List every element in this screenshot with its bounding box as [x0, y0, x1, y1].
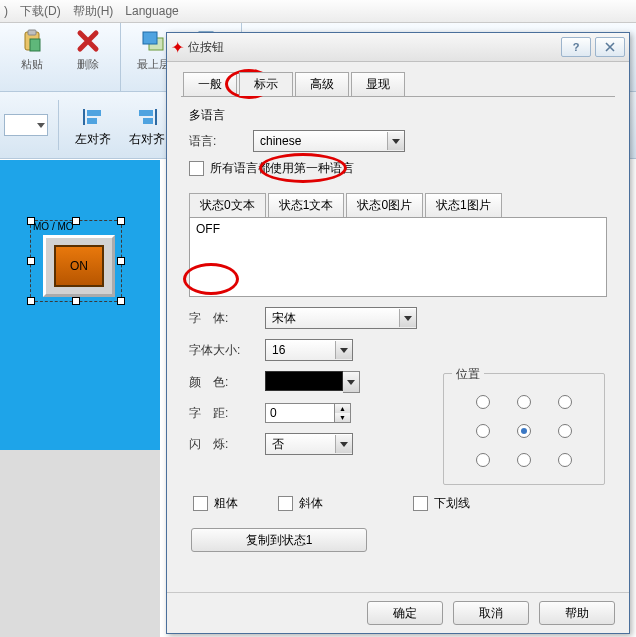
position-fieldset: 位置 — [443, 373, 605, 485]
color-label: 颜 色: — [189, 374, 265, 391]
fontsize-select[interactable]: 16 — [265, 339, 353, 361]
menubar: ) 下载(D) 帮助(H) Language — [0, 0, 636, 23]
tab-state0-text[interactable]: 状态0文本 — [189, 193, 266, 217]
kerning-input[interactable] — [265, 403, 335, 423]
close-window-button[interactable] — [595, 37, 625, 57]
italic-option[interactable]: 斜体 — [278, 495, 323, 512]
menu-item[interactable]: Language — [125, 4, 178, 18]
language-select[interactable]: chinese — [253, 130, 405, 152]
all-lang-checkbox[interactable] — [189, 161, 204, 176]
help-button[interactable]: 帮助 — [539, 601, 615, 625]
pos-tr[interactable] — [558, 395, 572, 409]
pos-tc[interactable] — [517, 395, 531, 409]
inner-tabs: 状态0文本 状态1文本 状态0图片 状态1图片 — [189, 193, 607, 217]
dialog-footer: 确定 取消 帮助 — [167, 592, 629, 633]
underline-option[interactable]: 下划线 — [413, 495, 470, 512]
tab-state0-image[interactable]: 状态0图片 — [346, 193, 423, 217]
resize-handle[interactable] — [72, 217, 80, 225]
resize-handle[interactable] — [27, 297, 35, 305]
svg-rect-8 — [87, 110, 101, 116]
resize-handle[interactable] — [117, 217, 125, 225]
dropdown-slot[interactable] — [4, 114, 48, 136]
font-select[interactable]: 宋体 — [265, 307, 417, 329]
tab-state1-image[interactable]: 状态1图片 — [425, 193, 502, 217]
font-label: 字 体: — [189, 310, 265, 327]
position-label: 位置 — [452, 366, 484, 383]
tab-visible[interactable]: 显现 — [351, 72, 405, 96]
pos-bl[interactable] — [476, 453, 490, 467]
pos-mr[interactable] — [558, 424, 572, 438]
pos-br[interactable] — [558, 453, 572, 467]
state-text-input[interactable]: OFF — [189, 217, 607, 297]
bold-option[interactable]: 粗体 — [193, 495, 238, 512]
align-right-icon — [133, 103, 161, 131]
all-lang-label: 所有语言都使用第一种语言 — [210, 160, 354, 177]
design-canvas[interactable]: MO / MO ON — [0, 160, 160, 450]
fontsize-label: 字体大小: — [189, 342, 265, 359]
blink-label: 闪 烁: — [189, 436, 265, 453]
x-icon — [74, 27, 102, 55]
help-window-button[interactable]: ? — [561, 37, 591, 57]
delete-button[interactable]: 删除 — [64, 27, 112, 91]
chevron-down-icon — [399, 309, 416, 327]
chevron-down-icon — [335, 435, 352, 453]
dialog-title: 位按钮 — [188, 39, 557, 56]
pos-bc[interactable] — [517, 453, 531, 467]
widget-face: ON — [54, 245, 104, 287]
widget-button: ON — [43, 235, 115, 297]
chevron-down-icon — [335, 341, 352, 359]
pos-tl[interactable] — [476, 395, 490, 409]
color-dropdown[interactable] — [343, 371, 360, 393]
copy-to-state1-button[interactable]: 复制到状态1 — [191, 528, 367, 552]
resize-handle[interactable] — [72, 297, 80, 305]
svg-rect-7 — [83, 109, 85, 125]
menu-item[interactable]: 帮助(H) — [73, 3, 114, 20]
resize-handle[interactable] — [117, 297, 125, 305]
svg-rect-11 — [139, 110, 153, 116]
color-swatch[interactable] — [265, 371, 343, 391]
align-left-button[interactable]: 左对齐 — [69, 103, 117, 148]
menu-item[interactable]: ) — [4, 4, 8, 18]
chevron-down-icon — [387, 132, 404, 150]
svg-rect-9 — [87, 118, 97, 124]
layers-front-icon — [139, 27, 167, 55]
align-right-button[interactable]: 右对齐 — [123, 103, 171, 148]
clipboard-icon — [18, 27, 46, 55]
blink-select[interactable]: 否 — [265, 433, 353, 455]
svg-rect-1 — [28, 30, 36, 35]
selected-widget[interactable]: MO / MO ON — [30, 220, 122, 302]
cancel-button[interactable]: 取消 — [453, 601, 529, 625]
resize-handle[interactable] — [117, 257, 125, 265]
titlebar[interactable]: ✦ 位按钮 ? — [167, 33, 629, 62]
tab-general[interactable]: 一般 — [183, 72, 237, 96]
svg-rect-10 — [155, 109, 157, 125]
multilang-label: 多语言 — [189, 107, 607, 124]
svg-rect-4 — [143, 32, 157, 44]
svg-rect-12 — [143, 118, 153, 124]
resize-handle[interactable] — [27, 257, 35, 265]
ok-button[interactable]: 确定 — [367, 601, 443, 625]
pos-ml[interactable] — [476, 424, 490, 438]
spin-up[interactable]: ▲ — [335, 404, 350, 413]
tab-advanced[interactable]: 高级 — [295, 72, 349, 96]
dialog-icon: ✦ — [171, 38, 184, 57]
menu-item[interactable]: 下载(D) — [20, 3, 61, 20]
spin-down[interactable]: ▼ — [335, 413, 350, 422]
pos-mc[interactable] — [517, 424, 531, 438]
tab-state1-text[interactable]: 状态1文本 — [268, 193, 345, 217]
tab-mark[interactable]: 标示 — [239, 72, 293, 96]
canvas-gray-area — [0, 450, 160, 637]
kerning-label: 字 距: — [189, 405, 265, 422]
resize-handle[interactable] — [27, 217, 35, 225]
bit-button-dialog: ✦ 位按钮 ? 一般 标示 高级 显现 多语言 语言: chinese 所有语 — [166, 32, 630, 634]
align-left-icon — [79, 103, 107, 131]
main-tabs: 一般 标示 高级 显现 — [183, 72, 629, 96]
paste-button[interactable]: 粘贴 — [8, 27, 56, 91]
kerning-spinner[interactable]: ▲▼ — [265, 403, 351, 423]
language-label: 语言: — [189, 133, 253, 150]
svg-rect-2 — [30, 39, 40, 51]
widget-tag: MO / MO — [33, 221, 74, 232]
